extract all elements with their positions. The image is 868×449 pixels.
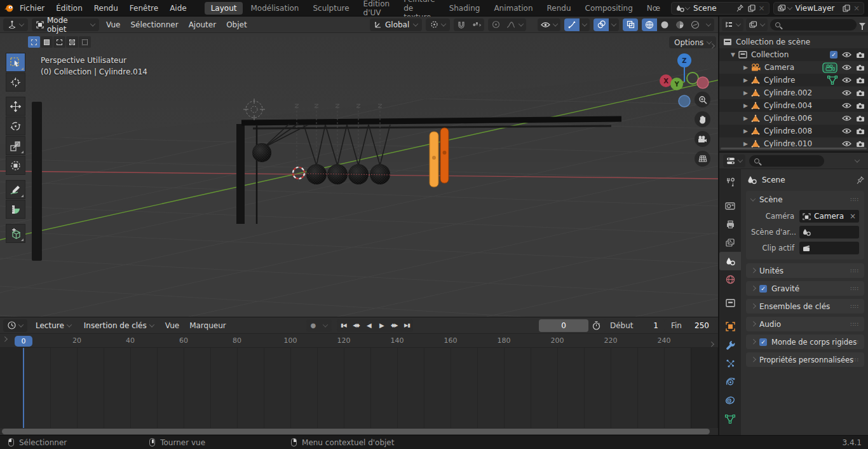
select-mode-intersect[interactable] [79, 36, 91, 48]
properties-options-dropdown[interactable] [855, 157, 860, 162]
zoom-button[interactable] [695, 92, 710, 107]
frame-end-field[interactable]: Fin 250 [665, 319, 715, 332]
panel-drag-handle[interactable]: ∷∷ [851, 286, 859, 292]
disable-render-camera-icon[interactable] [856, 64, 865, 71]
timeline-ruler[interactable]: 20 40 60 80 100 120 140 160 180 200 220 … [0, 334, 718, 348]
next-keyframe-button[interactable]: ◆▶ [388, 319, 400, 332]
panel-unites[interactable]: Unités ∷∷ [746, 263, 864, 278]
tab-collection-icon[interactable] [719, 294, 741, 312]
hide-eye-icon[interactable] [842, 64, 851, 71]
viewlayer-name[interactable]: ViewLayer [792, 4, 841, 13]
tab-object-icon[interactable] [719, 317, 741, 336]
collection-checkbox[interactable]: ✓ [830, 51, 837, 59]
new-viewlayer-icon[interactable] [841, 3, 852, 14]
tab-compositing[interactable]: Compositing [579, 2, 639, 15]
new-scene-icon[interactable] [746, 3, 757, 14]
hide-eye-icon[interactable] [842, 52, 851, 58]
disclosure-icon[interactable]: ▶ [743, 90, 748, 96]
panel-audio[interactable]: Audio ∷∷ [746, 317, 864, 331]
mesh-data-badge[interactable] [827, 76, 837, 85]
panel-drag-handle[interactable]: ∷∷ [851, 357, 859, 363]
camera-field[interactable]: Camera × [799, 210, 859, 223]
menu-edition[interactable]: Édition [50, 0, 88, 17]
outliner-row-cylindre-002[interactable]: ▶ Cylindre.002 [719, 86, 868, 99]
camera-view-button[interactable] [695, 131, 710, 147]
tab-physics-icon[interactable] [719, 373, 741, 391]
panel-ensembles-de-cles[interactable]: Ensembles de clés ∷∷ [746, 299, 864, 314]
timeline-editor-type-dropdown[interactable] [3, 319, 27, 332]
tool-transform[interactable] [6, 156, 25, 175]
tab-render-icon[interactable] [719, 197, 741, 215]
panel-drag-handle[interactable]: ∷∷ [851, 321, 859, 328]
outliner-row-cylindre[interactable]: ▶ Cylindre [719, 74, 868, 86]
stopwatch-icon[interactable] [590, 320, 602, 331]
tab-particles-icon[interactable] [719, 354, 741, 373]
play-reverse-button[interactable]: ◀ [362, 319, 375, 332]
pan-button[interactable] [695, 111, 710, 127]
hide-eye-icon[interactable] [842, 141, 851, 147]
shading-rendered-icon[interactable] [688, 18, 703, 31]
tool-measure[interactable] [6, 200, 25, 219]
snap-magnet-icon[interactable] [454, 18, 469, 31]
outliner-editor-type-dropdown[interactable] [722, 18, 743, 31]
disable-render-camera-icon[interactable] [856, 141, 865, 148]
tab-noeuds[interactable]: Nœ [641, 2, 667, 15]
tool-annotate[interactable] [6, 180, 25, 199]
disclosure-icon[interactable]: ▶ [743, 77, 748, 83]
panel-monde-corps-rigides[interactable]: ✓ Monde de corps rigides ∷∷ [746, 335, 864, 349]
jump-to-end-button[interactable]: ▶▮ [400, 319, 413, 332]
tab-constraints-icon[interactable] [719, 391, 741, 410]
outliner-row-cylindre-004[interactable]: ▶ Cylindre.004 [719, 99, 868, 112]
frame-leg-left[interactable] [236, 124, 245, 224]
disable-render-camera-icon[interactable] [856, 115, 865, 122]
tab-animation[interactable]: Animation [487, 2, 539, 15]
rigidbody-world-checkbox[interactable]: ✓ [759, 338, 767, 346]
blender-logo-icon[interactable] [4, 3, 14, 14]
menu-objet[interactable]: Objet [221, 20, 252, 29]
mode-selector[interactable]: Mode objet [32, 18, 99, 31]
properties-search-input[interactable] [749, 155, 824, 167]
outliner-row-scene-collection[interactable]: Collection de scène [719, 36, 868, 48]
outliner-hscrollbar[interactable] [721, 148, 867, 149]
prev-keyframe-button[interactable]: ◀◆ [349, 319, 362, 332]
tool-cursor[interactable] [6, 73, 25, 92]
panel-gravite[interactable]: ✓ Gravité ∷∷ [746, 281, 864, 296]
active-clip-field[interactable] [799, 242, 859, 254]
scene-name[interactable]: Scene [689, 4, 734, 13]
panel-drag-handle[interactable]: ∷∷ [851, 197, 859, 203]
menu-selectionner[interactable]: Sélectionner [125, 20, 183, 29]
menu-ajouter[interactable]: Ajouter [184, 20, 222, 29]
transform-orientation-dropdown[interactable]: Global [370, 18, 422, 31]
outliner-row-collection[interactable]: ▼ Collection ✓ [719, 48, 868, 61]
disclosure-icon[interactable]: ▶ [743, 128, 748, 134]
panel-proprietes-personnalisees[interactable]: Propriétés personnalisées ∷∷ [746, 352, 864, 367]
options-dropdown[interactable]: Options [669, 36, 716, 48]
tool-rotate[interactable] [6, 116, 25, 135]
tab-output-icon[interactable] [719, 215, 741, 233]
outliner-display-mode-dropdown[interactable] [746, 18, 768, 31]
autokey-dropdown[interactable] [319, 319, 332, 332]
breadcrumb-scene[interactable]: Scene [762, 176, 785, 184]
disable-render-camera-icon[interactable] [856, 128, 865, 135]
overlays-toggle[interactable] [593, 18, 619, 31]
tool-select-box[interactable] [6, 53, 25, 72]
hide-eye-icon[interactable] [842, 102, 851, 109]
gizmo-z-neg[interactable] [679, 95, 690, 107]
disclosure-icon[interactable]: ▶ [743, 141, 748, 147]
gizmos-toggle[interactable] [564, 18, 590, 31]
frame-start-field[interactable]: Début 1 [604, 319, 665, 332]
hide-eye-icon[interactable] [842, 77, 851, 83]
menu-fichier[interactable]: Fichier [14, 0, 50, 17]
outliner-row-cylindre-008[interactable]: ▶ Cylindre.008 [719, 125, 868, 137]
tab-object-data-icon[interactable] [719, 410, 741, 428]
frame-top-bar[interactable] [241, 119, 621, 123]
select-mode-subtract[interactable] [53, 36, 65, 48]
pivot-point-dropdown[interactable] [426, 18, 450, 31]
gravity-checkbox[interactable]: ✓ [759, 285, 767, 293]
gizmos-icon[interactable] [564, 18, 580, 31]
overlays-icon[interactable] [593, 18, 609, 31]
hide-eye-icon[interactable] [842, 128, 851, 134]
properties-editor-type-dropdown[interactable] [723, 155, 745, 167]
tab-tool-icon[interactable] [719, 173, 741, 191]
hide-eye-icon[interactable] [842, 115, 851, 121]
